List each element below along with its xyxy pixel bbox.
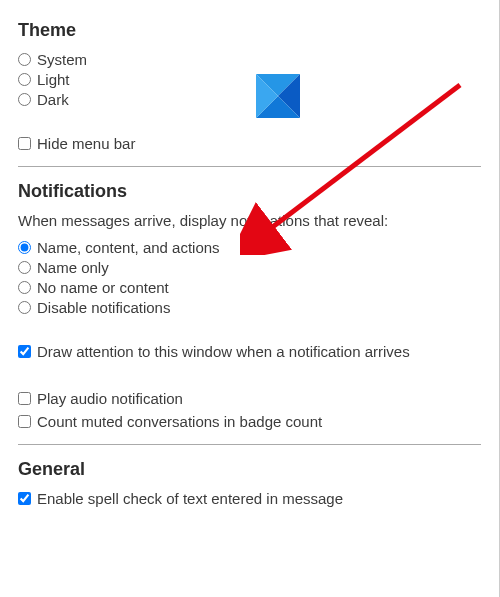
theme-radio-light-input[interactable] bbox=[18, 73, 31, 86]
play-audio-checkbox[interactable]: Play audio notification bbox=[18, 390, 481, 407]
spell-check-checkbox[interactable]: Enable spell check of text entered in me… bbox=[18, 490, 481, 507]
count-muted-checkbox[interactable]: Count muted conversations in badge count bbox=[18, 413, 481, 430]
spell-check-input[interactable] bbox=[18, 492, 31, 505]
notify-radio-label: Name, content, and actions bbox=[37, 239, 220, 256]
draw-attention-checkbox[interactable]: Draw attention to this window when a not… bbox=[18, 343, 481, 360]
general-section-title: General bbox=[18, 459, 481, 480]
theme-radio-light[interactable]: Light bbox=[18, 71, 481, 88]
notify-radio-name-only[interactable]: Name only bbox=[18, 259, 481, 276]
notifications-section-title: Notifications bbox=[18, 181, 481, 202]
count-muted-input[interactable] bbox=[18, 415, 31, 428]
notify-radio-input[interactable] bbox=[18, 281, 31, 294]
notifications-description: When messages arrive, display notificati… bbox=[18, 212, 481, 229]
theme-radio-dark[interactable]: Dark bbox=[18, 91, 481, 108]
play-audio-label: Play audio notification bbox=[37, 390, 183, 407]
notify-radio-disable[interactable]: Disable notifications bbox=[18, 299, 481, 316]
theme-section-title: Theme bbox=[18, 20, 481, 41]
play-audio-input[interactable] bbox=[18, 392, 31, 405]
divider bbox=[18, 444, 481, 445]
theme-radio-label: Light bbox=[37, 71, 70, 88]
spell-check-label: Enable spell check of text entered in me… bbox=[37, 490, 343, 507]
theme-radio-system[interactable]: System bbox=[18, 51, 481, 68]
hide-menu-bar-checkbox[interactable]: Hide menu bar bbox=[18, 135, 481, 152]
notify-radio-input[interactable] bbox=[18, 261, 31, 274]
notify-radio-label: Name only bbox=[37, 259, 109, 276]
notify-radio-no-name-content[interactable]: No name or content bbox=[18, 279, 481, 296]
hide-menu-bar-label: Hide menu bar bbox=[37, 135, 135, 152]
theme-radio-dark-input[interactable] bbox=[18, 93, 31, 106]
notify-radio-input[interactable] bbox=[18, 301, 31, 314]
theme-radio-label: System bbox=[37, 51, 87, 68]
draw-attention-label: Draw attention to this window when a not… bbox=[37, 343, 410, 360]
theme-radio-system-input[interactable] bbox=[18, 53, 31, 66]
hide-menu-bar-input[interactable] bbox=[18, 137, 31, 150]
notify-radio-label: No name or content bbox=[37, 279, 169, 296]
notify-radio-input[interactable] bbox=[18, 241, 31, 254]
divider bbox=[18, 166, 481, 167]
notify-radio-name-content-actions[interactable]: Name, content, and actions bbox=[18, 239, 481, 256]
theme-radio-label: Dark bbox=[37, 91, 69, 108]
count-muted-label: Count muted conversations in badge count bbox=[37, 413, 322, 430]
notify-radio-label: Disable notifications bbox=[37, 299, 170, 316]
draw-attention-input[interactable] bbox=[18, 345, 31, 358]
